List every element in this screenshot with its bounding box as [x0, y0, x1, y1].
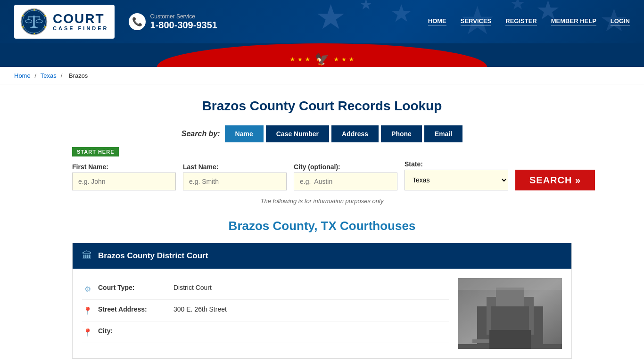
svg-rect-35	[458, 278, 562, 290]
logo-box: ★ ★ ★ ★ ★ ★ COURT	[14, 5, 115, 39]
page-title: Brazos County Court Records Lookup	[72, 99, 572, 114]
last-name-group: Last Name:	[183, 163, 287, 190]
logo-court-text: COURT	[53, 12, 109, 25]
nav-member-help[interactable]: MEMBER HELP	[551, 17, 596, 26]
info-note: The following is for information purpose…	[72, 197, 572, 205]
star-1: ★	[290, 56, 295, 63]
courthouse-icon: 🏛	[82, 250, 92, 262]
city-label: City (optional):	[294, 163, 397, 171]
svg-text:★: ★	[33, 32, 35, 35]
svg-rect-9	[28, 16, 40, 17]
arch-shape: ★ ★ ★ 🦅 ★ ★ ★	[157, 43, 487, 67]
search-form-row: First Name: Last Name: City (optional): …	[72, 160, 572, 190]
courthouse-body: ⚙ Court Type: District Court 📍 Street Ad…	[73, 269, 571, 358]
logo-text-area: COURT CASE FINDER	[53, 12, 109, 31]
tab-address[interactable]: Address	[331, 125, 379, 142]
city-row: 📍 City:	[82, 321, 449, 343]
building-sim	[458, 278, 562, 349]
customer-service: 📞 Customer Service 1-800-309-9351	[129, 13, 217, 31]
nav-register[interactable]: REGISTER	[505, 17, 537, 26]
courthouse-image	[458, 278, 562, 349]
star-2: ★	[297, 56, 303, 63]
state-label: State:	[405, 160, 508, 168]
logo-area: ★ ★ ★ ★ ★ ★ COURT	[14, 5, 217, 39]
nav-login[interactable]: LOGIN	[611, 17, 630, 26]
search-by-row: Search by: Name Case Number Address Phon…	[72, 125, 572, 142]
eagle-area: ★ ★ ★ 🦅 ★ ★ ★	[290, 53, 354, 66]
breadcrumb-county: Brazos	[69, 72, 88, 79]
logo-case-finder-text: CASE FINDER	[53, 25, 109, 31]
city-icon: 📍	[82, 328, 93, 337]
court-type-row: ⚙ Court Type: District Court	[82, 278, 449, 300]
svg-text:★: ★	[44, 14, 46, 17]
star-dots-left: ★ ★ ★	[290, 56, 310, 63]
svg-rect-31	[491, 323, 501, 330]
svg-rect-30	[520, 311, 529, 318]
first-name-group: First Name:	[72, 163, 176, 190]
state-select[interactable]: AlabamaAlaskaArizonaArkansasCaliforniaCo…	[405, 170, 508, 190]
customer-service-label: Customer Service	[150, 13, 217, 20]
breadcrumb-state[interactable]: Texas	[41, 72, 57, 79]
star-dots-right: ★ ★ ★	[334, 56, 354, 63]
svg-text:★: ★	[510, 0, 526, 13]
svg-text:★: ★	[44, 25, 46, 28]
svg-rect-32	[520, 323, 529, 330]
svg-rect-15	[30, 27, 37, 28]
svg-rect-8	[33, 16, 34, 27]
star-4: ★	[334, 56, 339, 63]
svg-rect-29	[505, 311, 515, 318]
courthouse-card: 🏛 Brazos County District Court ⚙ Court T…	[72, 243, 572, 359]
tab-name[interactable]: Name	[225, 125, 264, 142]
last-name-label: Last Name:	[183, 163, 287, 171]
first-name-input[interactable]	[72, 173, 176, 190]
header-top: ★ ★ ★ ★ ★ ★ COURT	[0, 0, 644, 43]
breadcrumb: Home / Texas / Brazos	[0, 67, 644, 84]
breadcrumb-sep-1: /	[35, 72, 38, 79]
courthouse-details: ⚙ Court Type: District Court 📍 Street Ad…	[82, 278, 449, 349]
state-group: State: AlabamaAlaskaArizonaArkansasCalif…	[405, 160, 508, 190]
main-content: Brazos County Court Records Lookup Searc…	[63, 84, 581, 362]
breadcrumb-sep-2: /	[61, 72, 64, 79]
phone-icon: 📞	[129, 13, 146, 30]
address-icon: 📍	[82, 306, 93, 315]
tab-case-number[interactable]: Case Number	[266, 125, 329, 142]
svg-rect-28	[491, 311, 501, 318]
court-type-value: District Court	[173, 284, 212, 291]
city-group: City (optional):	[294, 163, 397, 190]
svg-rect-33	[504, 335, 516, 349]
breadcrumb-home[interactable]: Home	[14, 72, 31, 79]
search-button[interactable]: SEARCH »	[515, 170, 595, 190]
svg-text:★: ★	[314, 0, 346, 36]
main-nav: HOME SERVICES REGISTER MEMBER HELP LOGIN	[428, 17, 630, 26]
svg-rect-34	[458, 344, 562, 349]
star-3: ★	[305, 56, 310, 63]
courthouse-name[interactable]: Brazos County District Court	[98, 251, 208, 261]
first-name-label: First Name:	[72, 163, 176, 171]
svg-text:★: ★	[22, 14, 24, 17]
nav-home[interactable]: HOME	[428, 17, 446, 26]
street-address-value: 300 E. 26th Street	[173, 305, 227, 313]
court-type-label: Court Type:	[98, 284, 169, 291]
star-6: ★	[349, 56, 354, 63]
eagle-icon: 🦅	[315, 53, 329, 66]
tab-phone[interactable]: Phone	[381, 125, 422, 142]
street-address-row: 📍 Street Address: 300 E. 26th Street	[82, 300, 449, 321]
header-arch: ★ ★ ★ 🦅 ★ ★ ★	[0, 43, 644, 67]
last-name-input[interactable]	[183, 173, 287, 190]
svg-text:★: ★	[22, 25, 24, 28]
courthouse-header: 🏛 Brazos County District Court	[73, 243, 571, 269]
street-address-label: Street Address:	[98, 305, 169, 313]
header: ★ ★ ★ ★ ★ ★ COURT	[0, 0, 644, 67]
svg-text:★: ★	[359, 0, 372, 13]
start-here-badge: START HERE	[72, 147, 119, 156]
customer-service-phone: 1-800-309-9351	[150, 20, 217, 31]
search-form-area: START HERE First Name: Last Name: City (…	[72, 147, 572, 190]
logo-emblem-icon: ★ ★ ★ ★ ★ ★	[20, 8, 48, 36]
city-input[interactable]	[294, 173, 397, 190]
star-5: ★	[341, 56, 347, 63]
svg-text:★: ★	[33, 8, 35, 11]
tab-email[interactable]: Email	[424, 125, 462, 142]
city-label-detail: City:	[98, 327, 169, 335]
svg-rect-36	[472, 339, 491, 343]
nav-services[interactable]: SERVICES	[461, 17, 492, 26]
